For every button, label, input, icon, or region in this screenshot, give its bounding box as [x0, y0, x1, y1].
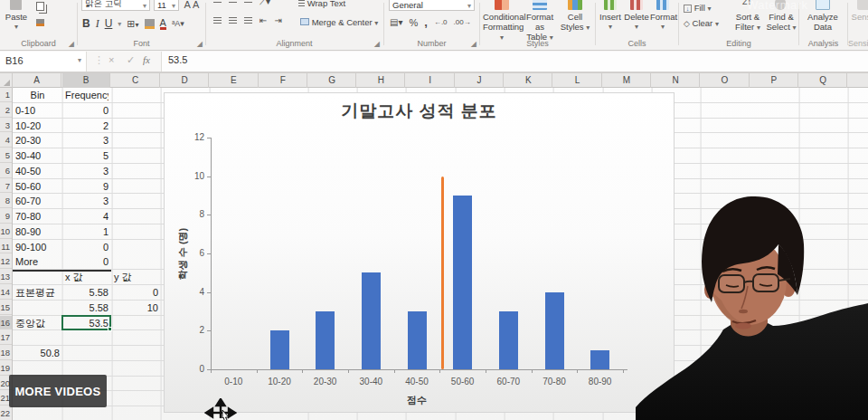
cell-B1[interactable]: Frequency	[63, 88, 108, 103]
merge-center-button[interactable]: Merge & Center ▾	[300, 17, 383, 28]
wrap-text-button[interactable]: Wrap Text	[298, 0, 362, 8]
cell-B2[interactable]: 0	[63, 103, 108, 119]
row-header-5[interactable]: 5	[0, 148, 12, 163]
cell-B4[interactable]: 3	[63, 133, 108, 148]
column-header-M[interactable]: M	[603, 73, 651, 88]
cell-B15[interactable]: 5.58	[63, 301, 108, 316]
percent-style-button[interactable]: %	[409, 17, 418, 28]
bar-50-60[interactable]	[453, 196, 472, 369]
align-left-button[interactable]	[213, 17, 222, 24]
cell-A12[interactable]: More	[14, 254, 60, 270]
orientation-button[interactable]: ⟋▾	[259, 0, 270, 7]
column-header-A[interactable]: A	[13, 73, 61, 88]
cell-A4[interactable]: 20-30	[14, 133, 60, 148]
row-header-8[interactable]: 8	[0, 194, 12, 208]
align-center-button[interactable]	[229, 17, 237, 24]
borders-button[interactable]: ⊞▾	[127, 18, 138, 30]
cell-A7[interactable]: 50-60	[14, 179, 60, 195]
column-header-B[interactable]: B	[62, 73, 110, 88]
cell-C13[interactable]: y 값	[112, 270, 158, 285]
comma-style-button[interactable]: ,	[424, 15, 428, 29]
row-header-14[interactable]: 14	[0, 285, 12, 300]
row-header-6[interactable]: 6	[0, 164, 12, 178]
cell-B12[interactable]: 0	[63, 254, 108, 270]
conditional-formatting-button[interactable]: ConditionalFormatting ▾	[483, 0, 521, 43]
row-header-9[interactable]: 9	[0, 209, 12, 224]
column-header-I[interactable]: I	[407, 73, 455, 88]
row-header-4[interactable]: 4	[0, 133, 12, 148]
histogram-chart[interactable]: 기말고사 성적 분포 학생 수 (명) 점수 0246810120-1010-2…	[164, 92, 675, 413]
fill-button[interactable]: ↓ Fill ▾	[684, 3, 729, 14]
number-dialog-launcher[interactable]: ◢	[471, 40, 476, 48]
cell-B3[interactable]: 2	[63, 119, 108, 134]
formula-input[interactable]	[161, 52, 868, 72]
column-header-Q[interactable]: Q	[799, 73, 847, 88]
cell-A6[interactable]: 40-50	[14, 164, 60, 179]
bar-30-40[interactable]	[362, 272, 381, 369]
cell-B7[interactable]: 9	[63, 179, 108, 195]
phonetic-button[interactable]: ᵃA▾	[172, 19, 184, 28]
row-header-3[interactable]: 3	[0, 119, 12, 133]
cell-B13[interactable]: x 값	[63, 270, 108, 285]
alignment-dialog-launcher[interactable]: ◢	[374, 40, 380, 48]
cell-A5[interactable]: 30-40	[14, 148, 60, 164]
row-header-15[interactable]: 15	[0, 301, 12, 315]
column-header-F[interactable]: F	[259, 73, 307, 88]
row-header-12[interactable]: 12	[0, 254, 12, 269]
cell-C15[interactable]: 10	[112, 301, 158, 316]
fill-color-button[interactable]	[145, 19, 155, 29]
bar-20-30[interactable]	[316, 311, 335, 369]
cell-B5[interactable]: 5	[63, 148, 108, 164]
bar-10-20[interactable]	[270, 330, 289, 369]
fill-handle[interactable]	[108, 327, 112, 331]
name-box[interactable]: B16▾	[0, 52, 87, 72]
select-all-corner[interactable]	[0, 73, 13, 88]
grow-shrink-font-buttons[interactable]: A A	[181, 0, 203, 10]
column-header-O[interactable]: O	[701, 73, 749, 88]
format-painter-button[interactable]	[33, 18, 47, 28]
row-header-10[interactable]: 10	[0, 224, 12, 239]
cell-A18[interactable]: 50.8	[14, 346, 60, 361]
copy-button[interactable]	[33, 2, 47, 13]
paste-button[interactable]: Paste ▾	[4, 0, 29, 32]
decrease-indent-button[interactable]: ⇤	[259, 15, 267, 25]
column-header-N[interactable]: N	[652, 73, 700, 88]
number-format-select[interactable]: General▾	[389, 0, 475, 11]
clear-button[interactable]: ◇ Clear ▾	[684, 18, 732, 29]
decrease-decimal-button[interactable]: .00→	[454, 18, 471, 26]
column-header-D[interactable]: D	[161, 73, 209, 88]
row-header-16[interactable]: 16	[0, 316, 12, 330]
row-header-19[interactable]: 19	[0, 361, 12, 376]
column-header-P[interactable]: P	[750, 73, 798, 88]
cancel-entry-icon[interactable]: ×	[108, 54, 114, 65]
cell-A2[interactable]: 0-10	[14, 103, 60, 119]
increase-decimal-button[interactable]: ←.0	[434, 18, 448, 26]
bold-button[interactable]: B	[82, 17, 90, 30]
insert-cells-button[interactable]: Insert▾	[598, 0, 623, 32]
cell-B11[interactable]: 0	[63, 240, 108, 255]
confirm-entry-icon[interactable]: ✓	[127, 54, 135, 66]
cell-A10[interactable]: 80-90	[14, 224, 60, 240]
name-box-dropdown-icon[interactable]: ▾	[78, 56, 81, 64]
cell-A11[interactable]: 90-100	[14, 240, 60, 255]
accounting-format-button[interactable]: ▤▾	[390, 17, 402, 27]
column-header-L[interactable]: L	[553, 73, 601, 88]
cell-B6[interactable]: 3	[63, 164, 108, 179]
format-cells-button[interactable]: Format▾	[650, 0, 675, 32]
cell-A8[interactable]: 60-70	[14, 194, 60, 209]
cell-B10[interactable]: 1	[63, 224, 108, 240]
column-header-E[interactable]: E	[210, 73, 258, 88]
font-dialog-launcher[interactable]: ◢	[197, 40, 203, 48]
clipboard-dialog-launcher[interactable]: ◢	[69, 40, 74, 48]
bar-80-90[interactable]	[590, 350, 609, 369]
align-right-button[interactable]	[244, 17, 252, 24]
increase-indent-button[interactable]: ⇥	[274, 15, 281, 25]
bar-60-70[interactable]	[499, 311, 518, 369]
cell-A1[interactable]: Bin	[14, 88, 60, 103]
row-header-7[interactable]: 7	[0, 179, 12, 194]
sensitivity-button[interactable]: Sensitivity	[850, 0, 868, 22]
row-header-18[interactable]: 18	[0, 346, 12, 360]
cell-B14[interactable]: 5.58	[63, 285, 108, 301]
font-size-select[interactable]: 11▾	[154, 0, 179, 11]
bar-70-80[interactable]	[545, 292, 564, 369]
